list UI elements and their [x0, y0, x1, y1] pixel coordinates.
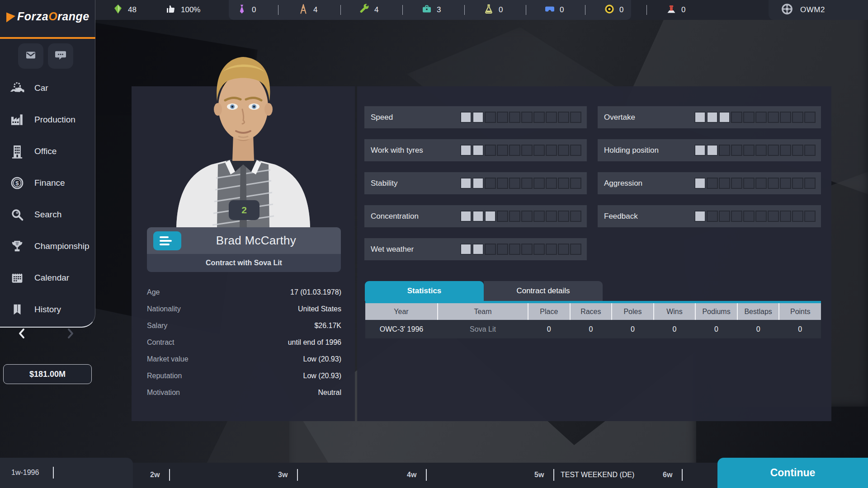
- skill-square: [521, 112, 533, 123]
- info-label: Contract: [147, 338, 174, 347]
- info-label: Motivation: [147, 389, 180, 397]
- table-column-points[interactable]: Points: [779, 303, 821, 320]
- cell-value: 0: [779, 320, 821, 338]
- sidebar-item-calendar[interactable]: Calendar: [0, 262, 95, 294]
- skill-rating: [460, 145, 581, 156]
- skill-rating: [694, 178, 816, 189]
- info-row-salary: Salary$26.17K: [147, 317, 341, 334]
- sidebar: ForzaOrange CarProductionOffice$FinanceS…: [0, 0, 95, 328]
- brand-name: ForzaOrange: [17, 10, 90, 23]
- skill-square: [509, 112, 520, 123]
- skill-square: [731, 178, 742, 189]
- skill-square: [755, 211, 767, 222]
- skill-square: [792, 112, 803, 123]
- sidebar-item-championship[interactable]: Championship: [0, 230, 95, 262]
- sidebar-item-finance[interactable]: $Finance: [0, 167, 95, 199]
- table-column-team[interactable]: Team: [438, 303, 528, 320]
- resource-goggles[interactable]: 0: [544, 0, 564, 20]
- week-3w[interactable]: 3w: [278, 471, 288, 479]
- chat-button[interactable]: [48, 43, 73, 69]
- table-column-poles[interactable]: Poles: [612, 303, 654, 320]
- skill-square: [497, 211, 508, 222]
- skill-square: [731, 145, 742, 156]
- factory-icon: [8, 112, 26, 128]
- sidebar-item-label: Office: [34, 146, 57, 156]
- skill-row-stability: Stability: [364, 172, 587, 194]
- sidebar-item-production[interactable]: Production: [0, 104, 95, 136]
- chat-icon: [54, 48, 67, 64]
- table-column-bestlaps[interactable]: Bestlaps: [737, 303, 779, 320]
- table-column-wins[interactable]: Wins: [654, 303, 696, 320]
- skill-square: [768, 211, 779, 222]
- cell-value: 0: [570, 320, 612, 338]
- table-column-place[interactable]: Place: [528, 303, 570, 320]
- table-column-year[interactable]: Year: [365, 303, 438, 320]
- pager-prev-button[interactable]: [14, 325, 30, 342]
- resource-briefcase[interactable]: 3: [421, 0, 441, 20]
- topbar-divider: [402, 5, 403, 15]
- week-4w[interactable]: 4w: [407, 471, 416, 479]
- week-5w[interactable]: 5w: [534, 471, 544, 479]
- skill-square: [558, 211, 569, 222]
- sidebar-item-search[interactable]: Search: [0, 199, 95, 230]
- skill-square: [570, 211, 581, 222]
- skill-square: [719, 112, 730, 123]
- table-column-podiums[interactable]: Podiums: [695, 303, 737, 320]
- sidebar-item-office[interactable]: Office: [0, 136, 95, 167]
- resource-gem[interactable]: 48: [113, 0, 137, 20]
- resource-flask[interactable]: 0: [483, 0, 503, 20]
- skill-square: [768, 178, 779, 189]
- week-divider: [682, 469, 683, 481]
- skill-square: [804, 112, 816, 123]
- resource-thumbs-up[interactable]: 100%: [165, 0, 200, 20]
- resource-value: 48: [128, 5, 137, 14]
- info-label: Salary: [147, 322, 167, 330]
- resource-tower[interactable]: 4: [298, 0, 317, 20]
- skill-square: [780, 112, 791, 123]
- skill-square: [694, 178, 706, 189]
- skill-row-wet-weather: Wet weather: [364, 238, 587, 260]
- driver-menu-button[interactable]: [153, 231, 181, 250]
- cell-value: 0: [737, 320, 779, 338]
- skill-square: [497, 244, 508, 255]
- skill-square: [707, 112, 718, 123]
- driver-contract-subtitle: Contract with Sova Lit: [147, 254, 341, 272]
- resource-tie[interactable]: 0: [236, 0, 256, 20]
- skill-square: [546, 112, 557, 123]
- skill-square: [472, 244, 484, 255]
- sidebar-item-label: Search: [34, 210, 61, 220]
- budget-display[interactable]: $181.00M: [3, 364, 92, 384]
- table-row[interactable]: OWC-3' 1996Sova Lit0000000: [365, 320, 821, 338]
- skill-square: [485, 211, 496, 222]
- skill-label: Speed: [371, 113, 393, 122]
- skill-square: [460, 145, 472, 156]
- resource-wrench[interactable]: 4: [359, 0, 378, 20]
- resource-tyre[interactable]: 0: [604, 0, 623, 20]
- tab-statistics[interactable]: Statistics: [365, 281, 484, 301]
- profile-button[interactable]: OWM2: [780, 0, 825, 20]
- sidebar-item-history[interactable]: History: [0, 294, 95, 325]
- skill-square: [460, 112, 472, 123]
- pager-next-button[interactable]: [62, 325, 79, 342]
- week-2w[interactable]: 2w: [150, 471, 160, 479]
- skill-square: [509, 178, 520, 189]
- calendar-icon: [8, 270, 26, 286]
- resource-piston[interactable]: 0: [666, 0, 685, 20]
- goggles-icon: [544, 4, 555, 16]
- table-column-races[interactable]: Races: [570, 303, 612, 320]
- resource-value: 0: [560, 5, 564, 14]
- briefcase-icon: [421, 4, 432, 16]
- trophy-icon: [8, 238, 26, 254]
- skill-square: [743, 112, 755, 123]
- mail-button[interactable]: [18, 43, 43, 69]
- skill-square: [780, 145, 791, 156]
- sidebar-item-car[interactable]: Car: [0, 72, 95, 104]
- skill-square: [521, 145, 533, 156]
- brand-logo[interactable]: ForzaOrange: [6, 10, 90, 23]
- skill-label: Feedback: [604, 212, 638, 221]
- week-6w[interactable]: 6w: [663, 471, 672, 479]
- tab-contract-details[interactable]: Contract details: [484, 281, 603, 301]
- skill-row-overtake: Overtake: [598, 106, 821, 128]
- continue-button[interactable]: Continue: [717, 458, 868, 488]
- skill-square: [780, 178, 791, 189]
